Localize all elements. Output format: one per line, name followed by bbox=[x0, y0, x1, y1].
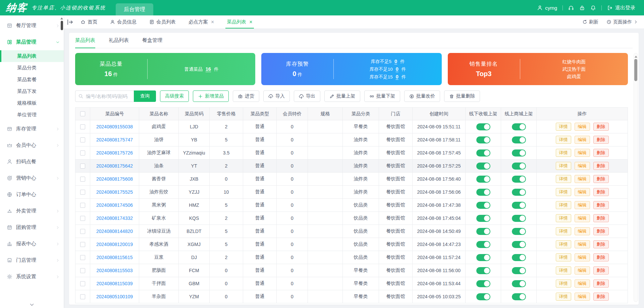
delete-action-button[interactable]: 删除 bbox=[593, 136, 609, 144]
sidebar-item-order-center[interactable]: 订单中心 bbox=[0, 186, 64, 203]
row-checkbox[interactable] bbox=[80, 177, 85, 182]
detail-action-button[interactable]: 详情 bbox=[556, 162, 571, 170]
sidebar-subitem-dish-list[interactable]: 菜品列表 bbox=[0, 50, 64, 62]
lock-icon[interactable] bbox=[579, 5, 585, 11]
sidebar-subitem-dish-combo[interactable]: 菜品套餐 bbox=[0, 74, 64, 85]
query-button[interactable]: 查询 bbox=[134, 90, 156, 102]
row-checkbox[interactable] bbox=[80, 190, 85, 195]
sidebar-item-marketing-center[interactable]: 营销中心 bbox=[0, 170, 64, 186]
sidebar-item-takeout-mgmt[interactable]: 外卖管理 bbox=[0, 203, 64, 219]
edit-action-button[interactable]: 编辑 bbox=[575, 123, 590, 131]
dish-id-link[interactable]: 20240808120019 bbox=[96, 242, 133, 247]
online-shelf-toggle[interactable] bbox=[512, 267, 526, 274]
online-shelf-toggle[interactable] bbox=[512, 136, 526, 143]
edit-action-button[interactable]: 编辑 bbox=[575, 266, 590, 275]
dish-id-link[interactable]: 20240809155038 bbox=[96, 124, 133, 129]
dish-id-link[interactable]: 20240808175726 bbox=[96, 150, 133, 156]
edit-action-button[interactable]: 编辑 bbox=[575, 227, 590, 236]
import-button[interactable]: 导入 bbox=[263, 90, 290, 102]
batch-on-shelf-button[interactable]: 批量上架 bbox=[324, 90, 360, 102]
sidebar-item-system-settings[interactable]: 系统设置 bbox=[0, 268, 64, 285]
delete-action-button[interactable]: 删除 bbox=[593, 240, 609, 249]
detail-action-button[interactable]: 详情 bbox=[556, 188, 571, 196]
delete-action-button[interactable]: 删除 bbox=[593, 149, 609, 157]
dish-id-link[interactable]: 20240808115615 bbox=[97, 255, 133, 260]
scroll-up-arrow-icon[interactable] bbox=[635, 54, 637, 58]
online-shelf-toggle[interactable] bbox=[512, 123, 526, 130]
online-shelf-toggle[interactable] bbox=[512, 228, 526, 235]
row-checkbox[interactable] bbox=[80, 124, 85, 129]
dish-id-link[interactable]: 20240808175747 bbox=[96, 137, 133, 142]
batch-delete-button[interactable]: 批量删除 bbox=[444, 90, 480, 102]
tab-home[interactable]: 首页 bbox=[80, 15, 97, 28]
row-checkbox[interactable] bbox=[80, 242, 85, 247]
delete-action-button[interactable]: 删除 bbox=[593, 175, 609, 183]
dish-id-link[interactable]: 20240808144820 bbox=[96, 229, 133, 234]
detail-action-button[interactable]: 详情 bbox=[556, 240, 571, 249]
offline-shelf-toggle[interactable] bbox=[476, 163, 490, 170]
detail-action-button[interactable]: 详情 bbox=[556, 266, 571, 275]
sidebar-subitem-dish-category[interactable]: 菜品分类 bbox=[0, 62, 64, 74]
search-input[interactable] bbox=[75, 90, 134, 102]
tab-dish-list[interactable]: 菜品列表× bbox=[227, 15, 252, 28]
edit-action-button[interactable]: 编辑 bbox=[575, 253, 590, 262]
offline-shelf-toggle[interactable] bbox=[476, 254, 490, 261]
sidebar-scrollbar[interactable] bbox=[60, 16, 63, 56]
row-checkbox[interactable] bbox=[80, 164, 85, 169]
online-shelf-toggle[interactable] bbox=[512, 202, 526, 209]
delete-action-button[interactable]: 删除 bbox=[593, 280, 609, 288]
export-button[interactable]: 导出 bbox=[294, 90, 320, 102]
row-checkbox[interactable] bbox=[80, 150, 85, 156]
offline-shelf-toggle[interactable] bbox=[476, 280, 490, 287]
row-checkbox[interactable] bbox=[80, 203, 85, 208]
online-shelf-toggle[interactable] bbox=[512, 215, 526, 222]
online-shelf-toggle[interactable] bbox=[512, 176, 526, 183]
online-shelf-toggle[interactable] bbox=[512, 189, 526, 196]
detail-action-button[interactable]: 详情 bbox=[556, 253, 571, 262]
edit-action-button[interactable]: 编辑 bbox=[575, 188, 590, 196]
tab-member-info[interactable]: 会员信息 bbox=[110, 15, 137, 28]
online-shelf-toggle[interactable] bbox=[512, 163, 526, 170]
offline-shelf-toggle[interactable] bbox=[476, 241, 490, 248]
subtab-mealbox-mgmt[interactable]: 餐盒管理 bbox=[142, 33, 162, 48]
dish-id-link[interactable]: 20240808175642 bbox=[96, 163, 133, 169]
online-shelf-toggle[interactable] bbox=[512, 280, 526, 287]
sidebar-scroll-down-icon[interactable] bbox=[29, 302, 35, 307]
sidebar-item-dish-mgmt[interactable]: 菜品管理 bbox=[0, 34, 64, 50]
close-icon[interactable]: × bbox=[249, 19, 252, 25]
sidebar-item-store-mgmt[interactable]: 门店管理 bbox=[0, 252, 64, 268]
bell-icon[interactable] bbox=[590, 5, 596, 11]
dish-id-link[interactable]: 20240808115039 bbox=[97, 281, 133, 286]
offline-shelf-toggle[interactable] bbox=[476, 149, 490, 157]
tab-must-order-plan[interactable]: 必点方案× bbox=[189, 15, 214, 28]
detail-action-button[interactable]: 详情 bbox=[556, 201, 571, 209]
offline-shelf-toggle[interactable] bbox=[476, 215, 490, 222]
sidebar-item-member-center[interactable]: 会员中心 bbox=[0, 137, 64, 153]
sidebar-item-groupbuy-mgmt[interactable]: 团购管理 bbox=[0, 219, 64, 236]
row-checkbox[interactable] bbox=[80, 137, 85, 142]
edit-action-button[interactable]: 编辑 bbox=[575, 149, 590, 157]
sidebar-item-scan-order[interactable]: 扫码点餐 bbox=[0, 153, 64, 170]
detail-action-button[interactable]: 详情 bbox=[556, 123, 571, 131]
scroll-up-arrow-icon[interactable] bbox=[60, 16, 63, 19]
detail-action-button[interactable]: 详情 bbox=[556, 280, 571, 288]
offline-shelf-toggle[interactable] bbox=[476, 176, 490, 183]
edit-action-button[interactable]: 编辑 bbox=[575, 293, 590, 301]
detail-action-button[interactable]: 详情 bbox=[556, 214, 571, 223]
edit-action-button[interactable]: 编辑 bbox=[575, 201, 590, 209]
headset-icon[interactable] bbox=[568, 5, 574, 11]
sidebar-item-report-center[interactable]: 报表中心 bbox=[0, 236, 64, 252]
row-checkbox[interactable] bbox=[80, 216, 85, 221]
offline-shelf-toggle[interactable] bbox=[476, 136, 490, 143]
online-shelf-toggle[interactable] bbox=[512, 293, 526, 300]
delete-action-button[interactable]: 删除 bbox=[593, 162, 609, 170]
offline-shelf-toggle[interactable] bbox=[476, 267, 490, 274]
detail-action-button[interactable]: 详情 bbox=[556, 227, 571, 236]
advanced-search-button[interactable]: 高级搜索 bbox=[160, 90, 189, 102]
online-shelf-toggle[interactable] bbox=[512, 149, 526, 157]
offline-shelf-toggle[interactable] bbox=[476, 202, 490, 209]
content-scrollbar[interactable] bbox=[634, 53, 638, 302]
content-scroll-thumb[interactable] bbox=[634, 59, 637, 81]
subtab-dish-list[interactable]: 菜品列表 bbox=[75, 33, 95, 48]
offline-shelf-toggle[interactable] bbox=[476, 293, 490, 300]
